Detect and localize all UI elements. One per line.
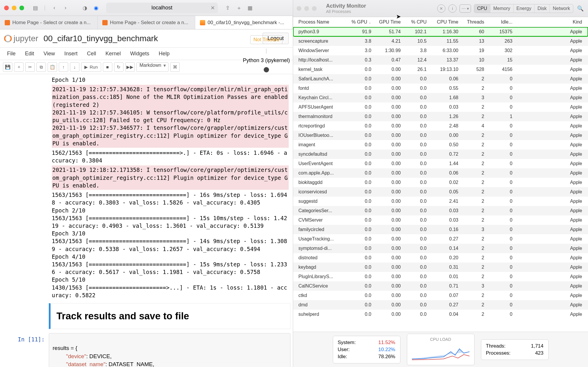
paste-button[interactable]: 📋 <box>48 62 57 72</box>
url-bar[interactable]: localhost ✕ <box>106 3 218 13</box>
tab-disk[interactable]: Disk <box>534 4 550 13</box>
stop-process-icon[interactable]: ✕ <box>437 4 445 13</box>
table-row[interactable]: Keychain Circl...0.00.000.01.6830Apple <box>293 93 588 102</box>
col-cpu-time[interactable]: CPU Time <box>428 19 460 25</box>
table-row[interactable]: kernel_task0.00.0026.119:13.105284156App… <box>293 65 588 74</box>
info-icon[interactable]: i <box>448 4 457 13</box>
markdown-cell[interactable]: Track results and save to file <box>2 303 290 329</box>
command-palette-button[interactable]: ⌘ <box>170 62 180 72</box>
maximize-icon[interactable] <box>19 6 24 10</box>
maximize-icon[interactable] <box>312 6 317 11</box>
table-row[interactable]: familycircled0.00.000.00.1630Apple <box>293 225 588 234</box>
forward-button[interactable]: › <box>61 4 70 12</box>
table-row[interactable]: distnoted0.00.000.00.2020Apple <box>293 253 588 263</box>
col-gpu-time[interactable]: GPU Time <box>373 19 402 25</box>
1password-icon[interactable]: ◉ <box>92 4 100 12</box>
menu-help[interactable]: Help <box>155 49 174 59</box>
table-row[interactable]: thermalmonitord0.00.000.01.2621Apple <box>293 112 588 121</box>
restart-button[interactable]: ↻ <box>114 62 123 72</box>
table-row[interactable]: syncdefaultsd0.00.000.00.7220Apple <box>293 150 588 159</box>
col-threads[interactable]: Threads <box>460 19 486 25</box>
sidebar-icon[interactable]: ▤ <box>31 4 39 12</box>
run-all-button[interactable]: ▶▶ <box>125 62 135 72</box>
minimize-icon[interactable] <box>12 6 16 10</box>
tab-network[interactable]: Network <box>550 4 573 13</box>
back-button[interactable]: ‹ <box>50 4 59 12</box>
tab-memory[interactable]: Memory <box>490 4 514 13</box>
col-idle[interactable]: Idle... <box>486 19 514 25</box>
table-row[interactable]: symptomsd-di...0.00.000.00.1420Apple <box>293 244 588 253</box>
tab-cpu[interactable]: CPU <box>474 4 490 13</box>
table-row[interactable]: dmd0.00.000.00.2720Apple <box>293 300 588 310</box>
col-kind[interactable]: Kind <box>514 19 584 25</box>
minimize-icon[interactable] <box>304 6 309 11</box>
notebook-name[interactable]: 00_cifar10_tinyvgg_benchmark <box>44 34 158 43</box>
table-row[interactable]: rtcreportingd0.00.000.02.4840Apple <box>293 121 588 131</box>
jupyter-logo[interactable]: jupyter <box>4 34 38 43</box>
table-row[interactable]: UserEventAgent0.00.000.01.4420Apple <box>293 159 588 168</box>
table-row[interactable]: SafariLaunchA...0.00.000.00.0620Apple <box>293 74 588 84</box>
table-row[interactable]: PlugInLibraryS...0.00.000.00.0120Apple <box>293 272 588 281</box>
cut-button[interactable]: ✂ <box>25 62 35 72</box>
cell-idle: 0 <box>486 246 514 251</box>
trust-badge[interactable]: Not Trusted <box>250 35 283 44</box>
table-row[interactable]: screencapture3.84.2110.511.5513263Apple <box>293 36 588 46</box>
notebook-body[interactable]: Epoch 1/10 2021-11-19 12:17:57.343628: I… <box>0 74 293 367</box>
more-icon[interactable]: ⋯ ▾ <box>460 4 471 13</box>
table-row[interactable]: python3.991.951.74102.11:16.306015375App… <box>293 27 588 36</box>
run-button[interactable]: ▶ Run <box>81 62 101 72</box>
table-row[interactable]: http://localhost...0.30.4712.413.371015A… <box>293 55 588 65</box>
table-row[interactable]: UsageTracking...0.00.000.00.2720Apple <box>293 234 588 244</box>
close-icon[interactable] <box>297 6 301 11</box>
menu-insert[interactable]: Insert <box>60 49 82 59</box>
move-up-button[interactable]: ↑ <box>59 62 68 72</box>
tab-home-2[interactable]: Home Page - Select or create a n... <box>98 16 195 29</box>
am-table-body[interactable]: python3.991.951.74102.11:16.306015375App… <box>293 27 588 332</box>
col-gpu[interactable]: % GPU⌄ <box>346 19 373 25</box>
code-editor[interactable]: results = { "device": DEVICE, "dataset_n… <box>49 333 290 367</box>
table-row[interactable]: suhelperd0.00.000.00.0420Apple <box>293 310 588 319</box>
tab-energy[interactable]: Energy <box>514 4 535 13</box>
cell-gtime: 0.00 <box>373 95 402 100</box>
cell-name: python3.9 <box>297 29 346 34</box>
add-cell-button[interactable]: ＋ <box>14 62 24 72</box>
table-row[interactable]: imagent0.00.000.00.5020Apple <box>293 140 588 150</box>
table-row[interactable]: biokitaggdd0.00.000.00.0220Apple <box>293 178 588 187</box>
menu-file[interactable]: File <box>3 49 20 59</box>
stop-reload-icon[interactable]: ✕ <box>211 5 215 11</box>
table-row[interactable]: suggestd0.00.000.02.4120Apple <box>293 197 588 206</box>
save-button[interactable]: 💾 <box>3 62 12 72</box>
share-icon[interactable]: ⇪ <box>224 4 232 12</box>
privacy-icon[interactable]: ◑ <box>81 4 89 12</box>
tab-home-1[interactable]: Home Page - Select or create a n... <box>0 16 98 29</box>
table-row[interactable]: ctkd0.00.000.00.0720Apple <box>293 291 588 300</box>
tab-overview-icon[interactable]: ▦ <box>246 4 254 12</box>
cell-type-select[interactable]: Markdown <box>136 62 169 72</box>
code-cell[interactable]: In [11]: results = { "device": DEVICE, "… <box>2 333 290 367</box>
table-row[interactable]: IOUserBluetoo...0.00.000.00.0020Apple <box>293 131 588 140</box>
table-row[interactable]: APFSUserAgent0.00.000.00.0320Apple <box>293 102 588 112</box>
search-icon[interactable]: 🔍 <box>576 4 584 13</box>
close-icon[interactable] <box>4 6 9 10</box>
col-process-name[interactable]: Process Name <box>297 19 346 25</box>
table-row[interactable]: CategoriesSer...0.00.000.00.0320Apple <box>293 206 588 215</box>
copy-button[interactable]: ⧉ <box>36 62 46 72</box>
move-down-button[interactable]: ↓ <box>70 62 79 72</box>
menu-widgets[interactable]: Widgets <box>126 49 153 59</box>
menu-edit[interactable]: Edit <box>21 49 38 59</box>
cell-gpu: 0.0 <box>346 152 373 157</box>
table-row[interactable]: iconservicesd0.00.000.00.0520Apple <box>293 187 588 197</box>
menu-view[interactable]: View <box>39 49 59 59</box>
table-row[interactable]: CalNCService0.00.000.00.7130Apple <box>293 281 588 291</box>
menu-cell[interactable]: Cell <box>83 49 100 59</box>
table-row[interactable]: com.apple.App...0.00.000.00.0620Apple <box>293 168 588 178</box>
col-cpu[interactable]: % CPU <box>402 19 428 25</box>
table-row[interactable]: CVMServer0.00.000.00.0320Apple <box>293 215 588 225</box>
menu-kernel[interactable]: Kernel <box>101 49 125 59</box>
new-tab-icon[interactable]: ＋ <box>235 4 243 12</box>
tab-notebook[interactable]: 00_cifar10_tinyvgg_benchmark -... <box>195 16 293 29</box>
table-row[interactable]: fontd0.00.000.00.5520Apple <box>293 84 588 93</box>
table-row[interactable]: WindowServer3.01:30.993.86:33.0019302App… <box>293 46 588 55</box>
table-row[interactable]: keybagd0.00.000.00.3120Apple <box>293 263 588 272</box>
stop-button[interactable]: ■ <box>103 62 112 72</box>
